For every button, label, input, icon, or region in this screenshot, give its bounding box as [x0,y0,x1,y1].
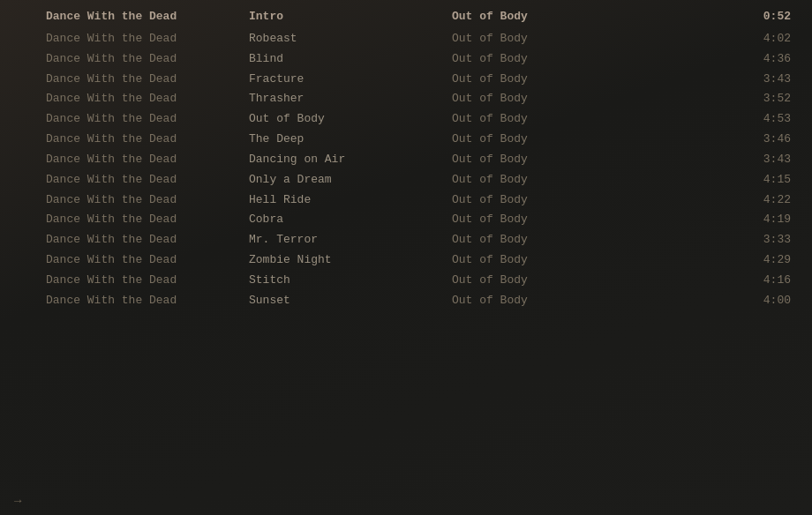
table-row[interactable]: Dance With the DeadMr. TerrorOut of Body… [0,230,812,250]
track-duration: 3:46 [655,131,798,148]
table-row[interactable]: Dance With the DeadThrasherOut of Body3:… [0,89,812,109]
track-album: Out of Body [452,51,655,68]
track-duration: 4:29 [655,252,798,269]
track-title: Thrasher [249,91,452,108]
track-album: Out of Body [452,212,655,228]
bottom-arrow: → [14,494,21,508]
track-duration: 4:53 [655,111,798,128]
header-artist: Dance With the Dead [46,9,249,26]
track-title: Only a Dream [249,172,452,189]
track-artist: Dance With the Dead [46,152,249,168]
track-artist: Dance With the Dead [46,252,249,269]
table-row[interactable]: Dance With the DeadFractureOut of Body3:… [0,70,812,90]
track-artist: Dance With the Dead [46,272,249,289]
table-row[interactable]: Dance With the DeadStitchOut of Body4:16 [0,271,812,291]
track-title: Robeast [249,31,452,48]
table-row[interactable]: Dance With the DeadOnly a DreamOut of Bo… [0,170,812,190]
track-duration: 4:15 [655,172,798,189]
track-album: Out of Body [452,31,655,48]
track-duration: 4:16 [655,272,798,289]
track-title: Stitch [249,272,452,289]
table-row[interactable]: Dance With the DeadHell RideOut of Body4… [0,190,812,211]
track-artist: Dance With the Dead [46,71,249,88]
table-row[interactable]: Dance With the DeadDancing on AirOut of … [0,150,812,170]
track-duration: 4:00 [655,293,798,310]
table-row[interactable]: Dance With the DeadRobeastOut of Body4:0… [0,29,812,49]
track-artist: Dance With the Dead [46,212,249,228]
track-artist: Dance With the Dead [46,131,249,148]
track-title: Zombie Night [249,252,452,269]
track-title: Cobra [249,212,452,228]
track-duration: 3:33 [655,232,798,249]
table-row[interactable]: Dance With the DeadThe DeepOut of Body3:… [0,130,812,150]
track-album: Out of Body [452,91,655,108]
track-title: Out of Body [249,111,452,128]
track-artist: Dance With the Dead [46,293,249,310]
track-duration: 3:52 [655,91,798,108]
track-title: Blind [249,51,452,68]
track-title: Hell Ride [249,192,452,209]
track-album: Out of Body [452,272,655,289]
track-title: The Deep [249,131,452,148]
track-artist: Dance With the Dead [46,51,249,68]
track-title: Sunset [249,293,452,310]
track-album: Out of Body [452,252,655,269]
track-album: Out of Body [452,232,655,249]
track-album: Out of Body [452,71,655,88]
header-album: Out of Body [452,9,655,26]
header-title: Intro [249,9,452,26]
track-list-header: Dance With the Dead Intro Out of Body 0:… [0,7,812,29]
table-row[interactable]: Dance With the DeadOut of BodyOut of Bod… [0,109,812,130]
track-artist: Dance With the Dead [46,91,249,108]
track-title: Mr. Terror [249,232,452,249]
track-duration: 3:43 [655,152,798,168]
track-album: Out of Body [452,152,655,168]
track-album: Out of Body [452,172,655,189]
track-artist: Dance With the Dead [46,192,249,209]
track-duration: 4:36 [655,51,798,68]
track-album: Out of Body [452,293,655,310]
track-list: Dance With the Dead Intro Out of Body 0:… [0,0,812,318]
track-album: Out of Body [452,192,655,209]
table-row[interactable]: Dance With the DeadZombie NightOut of Bo… [0,250,812,271]
track-artist: Dance With the Dead [46,111,249,128]
track-album: Out of Body [452,131,655,148]
track-album: Out of Body [452,111,655,128]
track-duration: 4:22 [655,192,798,209]
track-artist: Dance With the Dead [46,31,249,48]
track-artist: Dance With the Dead [46,172,249,189]
track-title: Dancing on Air [249,152,452,168]
track-duration: 4:02 [655,31,798,48]
track-duration: 4:19 [655,212,798,228]
table-row[interactable]: Dance With the DeadCobraOut of Body4:19 [0,210,812,230]
table-row[interactable]: Dance With the DeadSunsetOut of Body4:00 [0,291,812,311]
track-duration: 3:43 [655,71,798,88]
track-artist: Dance With the Dead [46,232,249,249]
table-row[interactable]: Dance With the DeadBlindOut of Body4:36 [0,49,812,70]
header-duration: 0:52 [655,9,798,26]
track-title: Fracture [249,71,452,88]
